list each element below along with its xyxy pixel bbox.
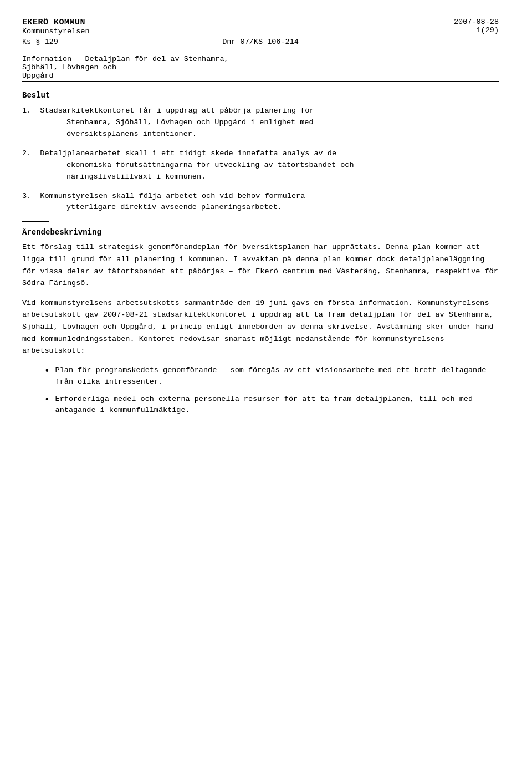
- beslut-item-2-number: 2.: [22, 149, 31, 157]
- arendebeskrivning-heading: Ärendebeskrivning: [22, 228, 499, 237]
- beslut-item-1-number: 1.: [22, 106, 31, 115]
- bullet-dot-1: •: [44, 365, 50, 377]
- beslut-item-2: 2. Detaljplanearbetet skall i ett tidigt…: [22, 148, 499, 183]
- header-meta: Ks § 129 Dnr 07/KS 106-214: [22, 38, 499, 46]
- beslut-item-3-number: 3.: [22, 192, 31, 200]
- header-page-ref: 1(29): [454, 26, 499, 34]
- short-rule: [22, 221, 49, 222]
- arendebeskrivning-paragraph2: Vid kommunstyrelsens arbetsutskotts samm…: [22, 297, 499, 357]
- header-left: EKERÖ KOMMUN Kommunstyrelsen: [22, 18, 90, 35]
- page: EKERÖ KOMMUN Kommunstyrelsen 2007-08-28 …: [0, 0, 532, 763]
- header-date: 2007-08-28: [454, 18, 499, 26]
- dnr-ref: Dnr 07/KS 106-214: [141, 38, 380, 46]
- title-line1: Information – Detaljplan för del av Sten…: [22, 55, 499, 63]
- bullet-list: • Plan för programskedets genomförande –…: [44, 365, 499, 417]
- double-rule-top: [22, 83, 499, 83]
- dept-name: Kommunstyrelsen: [22, 27, 90, 35]
- title-line3-underline: Uppgård: [22, 72, 499, 82]
- beslut-item-1: 1. Stadsarkitektkontoret får i uppdrag a…: [22, 105, 499, 140]
- arendebeskrivning-paragraph1: Ett förslag till strategisk genomförande…: [22, 241, 499, 289]
- bullet-item-1: • Plan för programskedets genomförande –…: [44, 365, 499, 388]
- beslut-item-3: 3. Kommunstyrelsen skall följa arbetet o…: [22, 191, 499, 214]
- bullet-dot-2: •: [44, 394, 50, 406]
- title-line2: Sjöhäll, Lövhagen och: [22, 63, 499, 72]
- header-right: 2007-08-28 1(29): [454, 18, 499, 34]
- bullet-item-2: • Erforderliga medel och externa persone…: [44, 394, 499, 417]
- org-name: EKERÖ KOMMUN: [22, 18, 90, 27]
- beslut-item-2-text: Detaljplanearbetet skall i ett tidigt sk…: [22, 149, 354, 181]
- ks-ref: Ks § 129: [22, 38, 141, 46]
- title-section: Information – Detaljplan för del av Sten…: [22, 55, 499, 83]
- beslut-item-1-text: Stadsarkitektkontoret får i uppdrag att …: [22, 106, 314, 138]
- bullet-item-1-text: Plan för programskedets genomförande – s…: [55, 365, 499, 388]
- bullet-item-2-text: Erforderliga medel och externa personell…: [55, 394, 499, 417]
- beslut-item-3-text: Kommunstyrelsen skall följa arbetet och …: [22, 192, 305, 212]
- beslut-heading: Beslut: [22, 91, 499, 100]
- header: EKERÖ KOMMUN Kommunstyrelsen 2007-08-28 …: [22, 18, 499, 35]
